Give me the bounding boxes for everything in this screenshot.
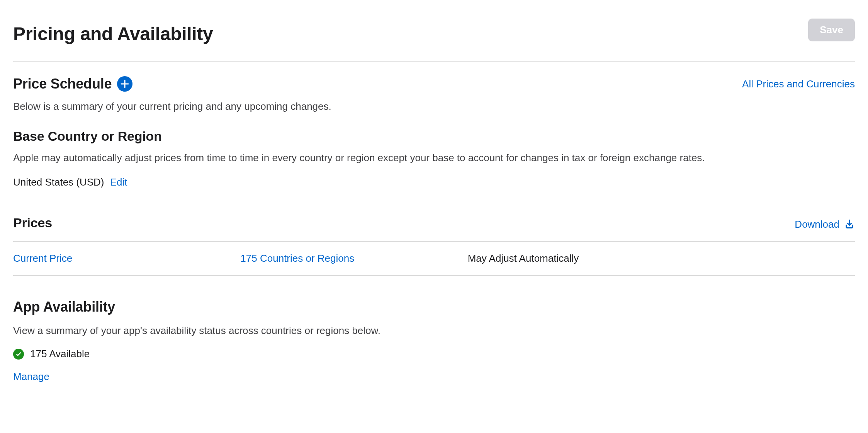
manage-availability-link[interactable]: Manage xyxy=(13,371,49,383)
edit-base-region-link[interactable]: Edit xyxy=(110,176,127,188)
prices-title: Prices xyxy=(13,215,52,230)
app-availability-title: App Availability xyxy=(13,299,855,315)
download-icon xyxy=(844,219,855,230)
adjustment-note: May Adjust Automatically xyxy=(468,242,855,275)
checkmark-icon xyxy=(13,349,24,360)
save-button[interactable]: Save xyxy=(808,19,855,41)
app-availability-description: View a summary of your app's availabilit… xyxy=(13,324,855,338)
base-region-title: Base Country or Region xyxy=(13,129,855,144)
base-region-description: Apple may automatically adjust prices fr… xyxy=(13,151,855,165)
price-schedule-description: Below is a summary of your current prici… xyxy=(13,100,855,113)
price-schedule-title: Price Schedule xyxy=(13,76,112,92)
add-price-schedule-button[interactable] xyxy=(117,76,132,92)
all-prices-link[interactable]: All Prices and Currencies xyxy=(742,78,855,90)
download-label: Download xyxy=(795,218,839,230)
download-prices-link[interactable]: Download xyxy=(795,218,855,230)
prices-table: Current Price 175 Countries or Regions M… xyxy=(13,241,855,276)
table-row: Current Price 175 Countries or Regions M… xyxy=(13,242,855,275)
page-title: Pricing and Availability xyxy=(13,23,213,44)
plus-icon xyxy=(121,80,129,88)
countries-scope-link[interactable]: 175 Countries or Regions xyxy=(240,242,467,275)
divider xyxy=(13,61,855,62)
availability-count: 175 Available xyxy=(30,348,90,360)
current-price-link[interactable]: Current Price xyxy=(13,242,240,275)
base-region-value: United States (USD) xyxy=(13,176,104,188)
